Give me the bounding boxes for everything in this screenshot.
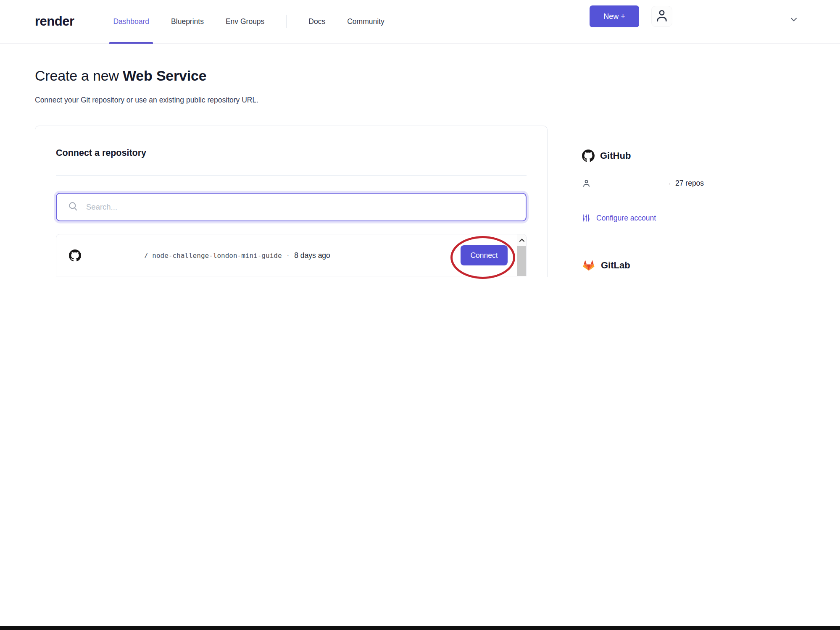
git-providers-sidebar: GitHub · 27 repos (582, 126, 758, 277)
primary-nav: Dashboard Blueprints Env Groups Docs Com… (113, 0, 384, 43)
gitlab-section-header: GitLab (582, 259, 758, 272)
account-dot-separator: · (669, 180, 671, 187)
gitlab-title: GitLab (601, 260, 630, 271)
repo-search-box (56, 193, 527, 221)
github-account-row: · 27 repos (582, 179, 758, 188)
user-avatar[interactable] (651, 6, 672, 27)
search-icon (68, 201, 79, 213)
top-nav-bar: render Dashboard Blueprints Env Groups D… (0, 0, 840, 44)
main-content: Create a new Web Service Connect your Gi… (0, 44, 840, 277)
scrollbar-thumb[interactable] (517, 246, 526, 276)
github-icon (69, 249, 81, 262)
content-row: Connect a repository (35, 126, 840, 277)
configure-account-label: Configure account (596, 214, 656, 223)
repo-list: / node-challenge-london-mini-guide · 8 d… (56, 234, 527, 276)
nav-item-env-groups[interactable]: Env Groups (226, 0, 264, 43)
chevron-up-icon (519, 236, 525, 244)
render-logo[interactable]: render (35, 14, 74, 29)
person-icon (654, 8, 669, 25)
repo-list-item[interactable]: / node-challenge-london-mini-guide · 8 d… (56, 234, 526, 276)
repo-owner-redacted (81, 251, 144, 260)
person-icon (582, 179, 591, 188)
card-divider (56, 175, 527, 176)
repo-updated-ago: 8 days ago (294, 251, 330, 260)
connect-repository-card: Connect a repository (35, 126, 548, 277)
page-title-prefix: Create a new (35, 68, 123, 84)
repo-path: / node-challenge-london-mini-guide (144, 252, 282, 260)
nav-divider (286, 15, 287, 28)
gitlab-icon (582, 259, 595, 272)
page-title-emphasis: Web Service (123, 68, 206, 84)
account-menu-toggle[interactable] (787, 14, 800, 26)
github-username-redacted (591, 180, 669, 187)
screenshot-bottom-edge (0, 626, 840, 630)
repo-list-scrollbar[interactable] (517, 234, 526, 276)
github-title: GitHub (600, 150, 631, 161)
new-button[interactable]: New + (590, 5, 639, 27)
nav-item-blueprints[interactable]: Blueprints (171, 0, 204, 43)
repo-dot-separator: · (287, 251, 290, 260)
github-icon (582, 150, 595, 162)
nav-item-dashboard[interactable]: Dashboard (113, 0, 149, 43)
repo-search-input[interactable] (86, 202, 515, 212)
configure-account-link[interactable]: Configure account (582, 213, 758, 223)
chevron-down-icon (789, 14, 799, 26)
repo-path-slash: / (144, 252, 148, 260)
page-title: Create a new Web Service (35, 68, 840, 84)
scrollbar-up-button[interactable] (517, 234, 526, 246)
connect-button[interactable]: Connect (461, 245, 508, 265)
card-heading: Connect a repository (56, 126, 527, 158)
render-create-web-service-page: render Dashboard Blueprints Env Groups D… (0, 0, 840, 630)
nav-item-community[interactable]: Community (347, 0, 384, 43)
nav-item-docs[interactable]: Docs (308, 0, 325, 43)
page-subtitle: Connect your Git repository or use an ex… (35, 96, 840, 105)
repo-name: node-challenge-london-mini-guide (152, 252, 282, 260)
github-section-header: GitHub (582, 150, 758, 162)
github-repo-count: 27 repos (675, 179, 704, 188)
sliders-icon (582, 213, 590, 223)
